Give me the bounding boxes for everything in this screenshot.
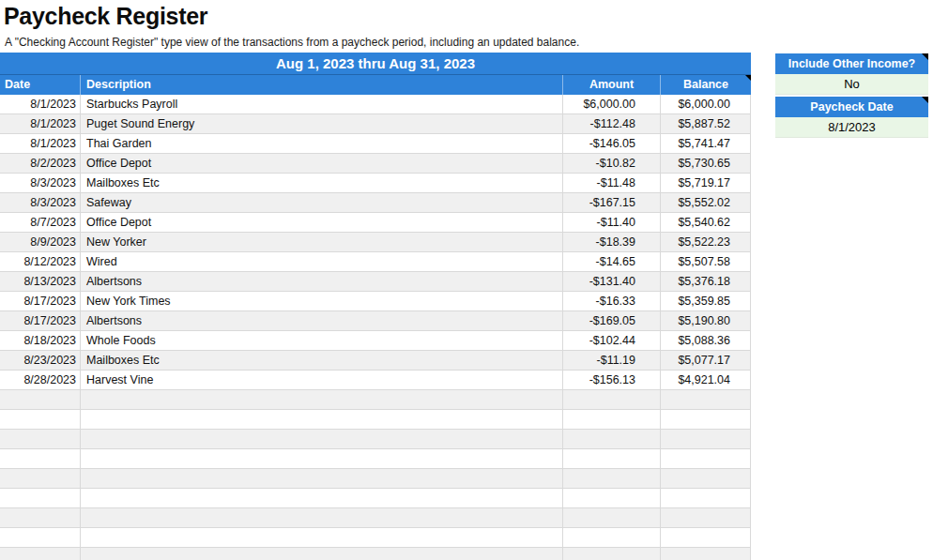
paycheck-date-header: Paycheck Date xyxy=(775,97,928,117)
table-row: 8/2/2023Office Depot-$10.82$5,730.65 xyxy=(0,154,751,174)
paycheck-date-value[interactable]: 8/1/2023 xyxy=(775,117,928,138)
cell-date xyxy=(0,430,80,448)
cell-amount: -$11.48 xyxy=(562,174,660,192)
cell-balance xyxy=(660,489,751,507)
cell-date: 8/9/2023 xyxy=(0,233,80,251)
cell-description xyxy=(80,508,562,527)
table-row-empty xyxy=(0,449,751,469)
table-row-empty xyxy=(0,410,751,430)
table-row: 8/9/2023New Yorker-$18.39$5,522.23 xyxy=(0,233,751,252)
cell-date: 8/12/2023 xyxy=(0,252,80,271)
note-triangle-icon xyxy=(922,53,928,60)
cell-balance: $5,522.23 xyxy=(660,233,751,251)
table-row: 8/7/2023Office Depot-$11.40$5,540.62 xyxy=(0,213,751,233)
cell-amount xyxy=(562,508,660,527)
cell-amount xyxy=(562,528,660,547)
paycheck-date-label: Paycheck Date xyxy=(810,100,893,114)
table-row-empty xyxy=(0,528,751,548)
cell-balance: $5,887.52 xyxy=(660,114,751,133)
cell-date: 8/17/2023 xyxy=(0,311,80,330)
paycheck-register-page: Paycheck Register A "Checking Account Re… xyxy=(0,0,933,560)
cell-balance: $5,507.58 xyxy=(660,252,751,271)
cell-date: 8/1/2023 xyxy=(0,95,80,114)
cell-amount xyxy=(562,430,660,448)
cell-date: 8/1/2023 xyxy=(0,114,80,133)
cell-amount: -$18.39 xyxy=(562,233,660,251)
cell-amount: -$10.82 xyxy=(562,154,660,173)
cell-amount: -$112.48 xyxy=(562,114,660,133)
note-triangle-icon xyxy=(922,97,928,103)
cell-date: 8/18/2023 xyxy=(0,331,80,350)
cell-description xyxy=(80,489,562,507)
note-triangle-icon xyxy=(745,75,751,81)
cell-date: 8/1/2023 xyxy=(0,134,80,153)
table-row-empty xyxy=(0,489,751,508)
cell-amount xyxy=(562,410,660,429)
cell-amount: -$131.40 xyxy=(562,272,660,291)
cell-description xyxy=(80,548,562,560)
table-row: 8/1/2023Starbucks Payroll$6,000.00$6,000… xyxy=(0,95,751,114)
cell-date xyxy=(0,548,80,560)
table-row: 8/23/2023Mailboxes Etc-$11.19$5,077.17 xyxy=(0,351,751,371)
cell-description xyxy=(80,430,562,448)
cell-description xyxy=(80,528,562,547)
cell-description: Puget Sound Energy xyxy=(80,114,562,133)
cell-balance xyxy=(660,430,751,448)
table-row: 8/12/2023Wired-$14.65$5,507.58 xyxy=(0,252,751,272)
period-header: Aug 1, 2023 thru Aug 31, 2023 xyxy=(0,53,751,75)
table-row-empty xyxy=(0,390,751,410)
cell-balance: $5,359.85 xyxy=(660,292,751,310)
table-row: 8/3/2023Safeway-$167.15$5,552.02 xyxy=(0,193,751,213)
cell-description xyxy=(80,410,562,429)
cell-date xyxy=(0,469,80,488)
cell-amount: -$167.15 xyxy=(562,193,660,212)
cell-amount xyxy=(562,449,660,468)
include-other-income-value[interactable]: No xyxy=(775,74,928,95)
column-header-balance: Balance xyxy=(660,75,751,95)
column-header-description: Description xyxy=(80,75,562,95)
cell-balance: $5,088.36 xyxy=(660,331,751,350)
register-table: Aug 1, 2023 thru Aug 31, 2023 Date Descr… xyxy=(0,53,751,560)
cell-description xyxy=(80,449,562,468)
cell-balance xyxy=(660,548,751,560)
cell-balance: $5,741.47 xyxy=(660,134,751,153)
cell-amount: -$14.65 xyxy=(562,252,660,271)
cell-amount xyxy=(562,548,660,560)
table-row-empty xyxy=(0,548,751,560)
cell-date: 8/3/2023 xyxy=(0,174,80,192)
page-subtitle: A "Checking Account Register" type view … xyxy=(5,36,579,49)
table-row: 8/17/2023Albertsons-$169.05$5,190.80 xyxy=(0,311,751,331)
table-row: 8/13/2023Albertsons-$131.40$5,376.18 xyxy=(0,272,751,292)
cell-balance xyxy=(660,469,751,488)
cell-balance: $6,000.00 xyxy=(660,95,751,114)
table-row-empty xyxy=(0,430,751,449)
register-rows: 8/1/2023Starbucks Payroll$6,000.00$6,000… xyxy=(0,95,751,560)
cell-description: Office Depot xyxy=(80,154,562,173)
table-row-empty xyxy=(0,508,751,528)
cell-amount: -$169.05 xyxy=(562,311,660,330)
cell-description: Thai Garden xyxy=(80,134,562,153)
cell-balance: $5,540.62 xyxy=(660,213,751,232)
cell-balance xyxy=(660,410,751,429)
cell-amount: -$156.13 xyxy=(562,371,660,389)
cell-date xyxy=(0,390,80,409)
cell-balance: $4,921.04 xyxy=(660,371,751,389)
cell-amount: -$102.44 xyxy=(562,331,660,350)
cell-date: 8/3/2023 xyxy=(0,193,80,212)
cell-description: Albertsons xyxy=(80,272,562,291)
cell-description: Mailboxes Etc xyxy=(80,351,562,370)
table-row: 8/3/2023Mailboxes Etc-$11.48$5,719.17 xyxy=(0,174,751,193)
cell-amount: -$146.05 xyxy=(562,134,660,153)
cell-amount xyxy=(562,489,660,507)
column-header-balance-label: Balance xyxy=(683,78,728,91)
cell-date xyxy=(0,528,80,547)
include-other-income-label: Include Other Income? xyxy=(788,57,915,70)
cell-description: Albertsons xyxy=(80,311,562,330)
settings-panel: Include Other Income? No Paycheck Date 8… xyxy=(775,53,928,138)
column-header-amount: Amount xyxy=(562,75,660,95)
column-header-date: Date xyxy=(0,75,80,95)
cell-balance xyxy=(660,528,751,547)
cell-description: Whole Foods xyxy=(80,331,562,350)
cell-amount: $6,000.00 xyxy=(562,95,660,114)
table-row: 8/1/2023Puget Sound Energy-$112.48$5,887… xyxy=(0,114,751,134)
